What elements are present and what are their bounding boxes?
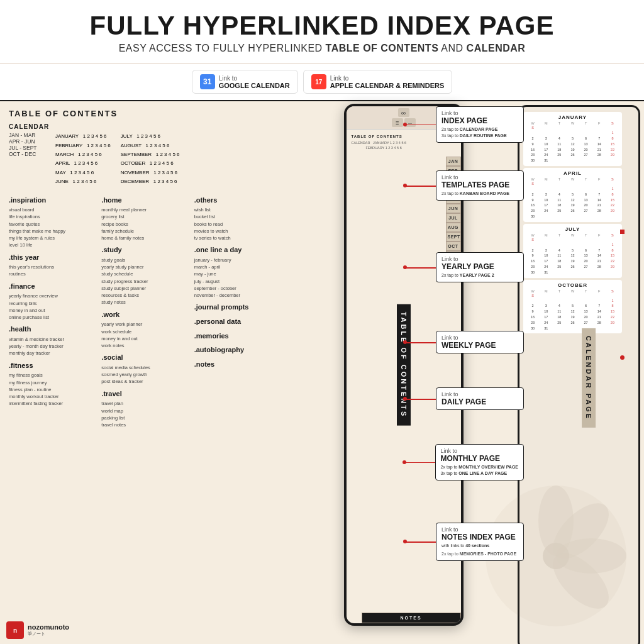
toolbar-btn-1[interactable]: ☰: [392, 118, 403, 127]
calendar-months-grid: JANUARY WMTWTFSS 1 2345678 9101112131415…: [519, 107, 626, 338]
red-line-weekly: [404, 342, 436, 343]
annotation-index-label: Link to: [441, 110, 518, 116]
toc-panel: TABLE OF CONTENTS CALENDAR JAN - MAR APR…: [0, 101, 289, 644]
subtitle-bold1: TABLE OF CONTENTS: [326, 43, 439, 53]
red-dot-notes: [403, 540, 407, 543]
red-dot-templates: [403, 184, 407, 187]
red-dot-index: [403, 123, 407, 126]
calendar-header: CALENDAR: [9, 123, 280, 130]
subtitle-bold2: CALENDAR: [467, 43, 526, 53]
infinity-button[interactable]: ∞: [398, 108, 409, 117]
red-line-templates: [404, 186, 436, 187]
calendar-screen: CALENDAR PAGE JANUARY WMTWTFSS 1 2345678…: [519, 107, 638, 644]
annotation-monthly: Link to MONTHLY PAGE 2x tap to MONTHLY O…: [435, 444, 524, 480]
cal-month-april: APRIL WMTWTFSS 1 2345678 9101112131415 1…: [523, 168, 622, 222]
google-calendar-link[interactable]: 31 Link to GOOGLE CALENDAR: [192, 70, 298, 94]
google-link-label: Link to: [219, 75, 290, 82]
months-left: JANUARY 1 2 3 4 5 6 FEBRUARY 1 2 3 4 5 6…: [55, 132, 111, 186]
range-apr-jun: APR - JUN: [9, 138, 45, 145]
red-dot-daily: [403, 397, 407, 401]
subtitle-prefix: EASY ACCESS TO FULLY HYPERLINKED: [119, 43, 326, 53]
toc-vertical-label: TABLE OF CONTENTS: [397, 304, 411, 426]
month-tab-sep[interactable]: SEPT: [446, 232, 461, 242]
main-title: FULLY HYPERLINKED INDEX PAGE: [13, 11, 631, 40]
annotation-yearly: Link to YEARLY PAGE 2x tap to YEARLY PAG…: [436, 252, 524, 282]
annotation-weekly: Link to WEEKLY PAGE: [436, 331, 524, 353]
annotation-index: Link to INDEX PAGE 2x tap to CALENDAR PA…: [436, 106, 524, 143]
red-line-yearly: [404, 267, 436, 269]
apple-link-name: APPLE CALENDAR & REMINDERS: [330, 82, 445, 89]
tablet-inner-content: TABLE OF CONTENTS CALENDAR JANUARY 1 2 3…: [347, 131, 446, 155]
brand-tagline: 筆ノート: [28, 631, 69, 637]
red-dot-yearly: [403, 265, 407, 269]
red-dot-cal-weekly: [620, 230, 625, 234]
header: FULLY HYPERLINKED INDEX PAGE EASY ACCESS…: [0, 0, 644, 64]
subtitle: EASY ACCESS TO FULLY HYPERLINKED TABLE O…: [13, 43, 631, 54]
month-tab-aug[interactable]: AUG: [446, 223, 461, 232]
cal-month-january: JANUARY WMTWTFSS 1 2345678 9101112131415…: [523, 112, 622, 166]
brand-info: nozomunoto 筆ノート: [28, 623, 69, 637]
tablet-area: ∞ ☰ ⋯ JAN FEB MAR APR MAY JUN JU: [289, 101, 518, 644]
sections-grid: .inspiration visual board life inspirati…: [9, 192, 280, 429]
range-oct-dec: OCT - DEC: [9, 151, 45, 157]
section-col-1: .inspiration visual board life inspirati…: [9, 192, 95, 429]
red-dot-cal-monthly: [620, 355, 625, 360]
red-line-daily: [404, 399, 436, 400]
cal-month-july: JULY WMTWTFSS 1 2345678 9101112131415 16…: [523, 224, 622, 278]
apple-calendar-icon: 17: [311, 74, 326, 89]
calendar-page-label: CALENDAR PAGE: [582, 328, 596, 428]
section-col-2: .home monthly meal planner grocery list …: [101, 192, 187, 429]
calendar-table: CALENDAR JAN - MAR APR - JUN JUL - SEPT …: [9, 123, 280, 186]
cal-ranges: JAN - MAR APR - JUN JUL - SEPT OCT - DEC: [9, 132, 45, 186]
google-link-name: GOOGLE CALENDAR: [219, 82, 290, 89]
annotation-daily: Link to DAILY PAGE: [436, 387, 524, 410]
range-jan-mar: JAN - MAR: [9, 132, 45, 138]
calendar-panel: CALENDAR PAGE JANUARY WMTWTFSS 1 2345678…: [518, 105, 640, 644]
branding: n nozomunoto 筆ノート: [6, 621, 69, 639]
cal-month-october: OCTOBER WMTWTFSS 1 2345678 9101112131415…: [523, 280, 622, 334]
red-line-index: [404, 125, 436, 126]
annotation-notes-index: Link to NOTES INDEX PAGE with links to 4…: [436, 523, 524, 561]
notes-tab[interactable]: NOTES: [362, 613, 461, 623]
red-dot-weekly: [403, 340, 407, 344]
red-dot-monthly: [402, 460, 406, 464]
apple-link-label: Link to: [330, 75, 445, 82]
red-line-notes: [404, 541, 436, 543]
calendar-links-row: 31 Link to GOOGLE CALENDAR 17 Link to AP…: [0, 64, 644, 101]
annotation-index-sub: 2x tap to CALENDAR PAGE3x tap to DAILY R…: [441, 126, 518, 139]
red-line-monthly: [404, 462, 435, 464]
google-calendar-icon: 31: [200, 74, 215, 89]
brand-logo: n: [6, 621, 24, 639]
toc-title: TABLE OF CONTENTS: [9, 109, 280, 118]
months-right: JULY 1 2 3 4 5 6 AUGUST 1 2 3 4 5 6 SEPT…: [121, 132, 180, 186]
main-content: TABLE OF CONTENTS CALENDAR JAN - MAR APR…: [0, 101, 644, 644]
apple-calendar-link[interactable]: 17 Link to APPLE CALENDAR & REMINDERS: [303, 70, 453, 94]
subtitle-middle: AND: [441, 43, 466, 53]
annotation-index-main: INDEX PAGE: [441, 116, 518, 125]
month-tab-jan[interactable]: JAN: [446, 157, 461, 166]
month-tab-jul[interactable]: JUL: [446, 213, 461, 223]
brand-name: nozomunoto: [28, 623, 69, 631]
section-col-3: .others wish list bucket list books to r…: [194, 192, 280, 429]
month-tab-jun[interactable]: JUN: [446, 204, 461, 213]
annotation-templates: Link to TEMPLATES PAGE 2x tap to KANBAN …: [436, 170, 524, 201]
range-jul-sept: JUL - SEPT: [9, 145, 45, 151]
month-tab-oct[interactable]: OCT: [446, 242, 461, 251]
